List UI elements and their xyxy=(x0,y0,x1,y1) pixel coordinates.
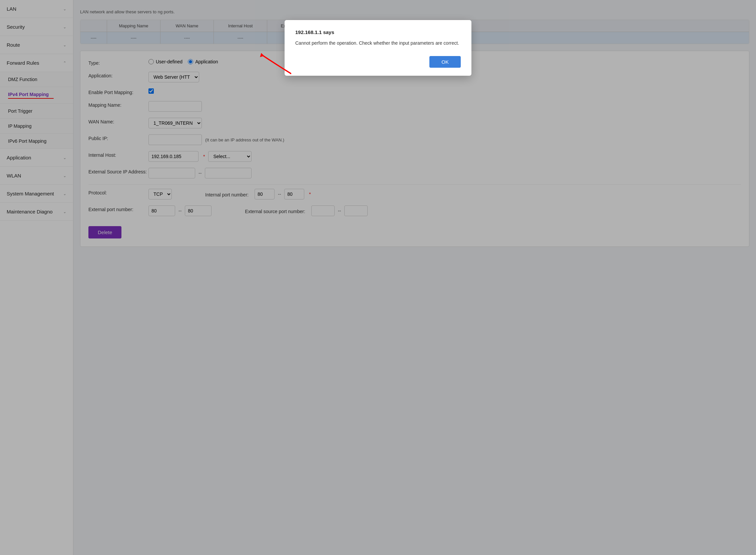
dialog-ok-button[interactable]: OK xyxy=(429,56,461,68)
svg-marker-0 xyxy=(260,53,264,57)
dialog-title: 192.168.1.1 says xyxy=(295,29,461,35)
dialog-message: Cannot perform the operation. Check whet… xyxy=(295,40,461,47)
dialog-overlay: 192.168.1.1 says Cannot perform the oper… xyxy=(0,0,756,555)
red-arrow-annotation xyxy=(258,50,291,77)
dialog-box: 192.168.1.1 says Cannot perform the oper… xyxy=(285,20,471,76)
dialog-footer: OK xyxy=(295,56,461,68)
